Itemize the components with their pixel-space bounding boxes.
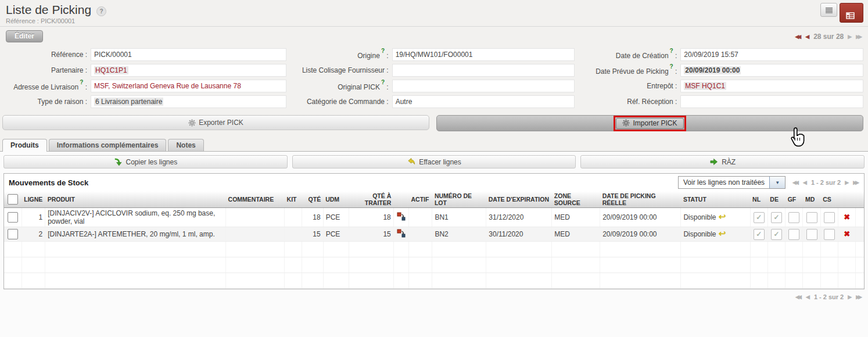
last-record-icon[interactable]: ▶▶: [856, 34, 860, 40]
row-checkbox[interactable]: [8, 229, 18, 239]
undo-availability-icon[interactable]: ↩: [716, 228, 726, 238]
empty-cell: [4, 242, 21, 257]
empty-cell: [323, 273, 349, 289]
flag-checkbox-nl[interactable]: ✓: [754, 212, 765, 223]
flag-checkbox-cs[interactable]: [824, 229, 835, 240]
field-value[interactable]: HQ1C1P1: [91, 64, 286, 77]
first-record-icon[interactable]: ◀◀: [795, 34, 799, 40]
empty-row: [4, 257, 864, 273]
flag-checkbox-de[interactable]: ✓: [771, 229, 782, 240]
delete-cell: ✖: [838, 208, 855, 227]
last-page-icon[interactable]: ▶▶: [853, 180, 858, 185]
pick-actions: Exporter PICK: [0, 111, 868, 131]
col-header-kit: KIT: [285, 191, 302, 208]
help-marker: ?: [381, 48, 385, 54]
form-column-1: Référence :PICK/00001Partenaire :HQ1C1P1…: [2, 48, 286, 111]
mouse-cursor: [789, 126, 806, 149]
wizard-gear-icon: [188, 119, 196, 127]
chevron-down-icon[interactable]: ▼: [769, 177, 785, 188]
prev-record-icon[interactable]: ◀: [805, 34, 809, 40]
statut-value: Disponible: [683, 213, 716, 221]
empty-cell: [767, 242, 785, 257]
empty-cell: [750, 257, 767, 273]
empty-cell: [4, 273, 21, 289]
form-field: Origine? :19/HQ/MW101/FO00001: [291, 48, 575, 61]
cell-commentaire: [226, 208, 285, 227]
list-view-icon[interactable]: [820, 3, 837, 17]
empty-cell: [803, 273, 820, 289]
tab-informations-compl-mentaires[interactable]: Informations complémentaires: [49, 139, 167, 151]
picking-list-page: Liste de Picking ? Référence : PICK/0000…: [0, 0, 868, 337]
flag-checkbox-md[interactable]: [806, 212, 817, 223]
next-page-icon[interactable]: ▶: [848, 294, 852, 300]
flag-checkbox-nl[interactable]: ✓: [754, 229, 765, 240]
lines-filter-select[interactable]: Voir les lignes non traitées ▼: [678, 176, 785, 189]
col-header-udm: UDM: [323, 191, 349, 208]
empty-cell: [838, 242, 855, 257]
next-page-icon[interactable]: ▶: [845, 180, 849, 185]
empty-cell: [803, 242, 820, 257]
cell-zone_source: MED: [552, 208, 600, 227]
prev-page-icon[interactable]: ◀: [803, 180, 807, 185]
form-field: Original PICK? :: [291, 80, 575, 92]
col-header-de: DE: [767, 191, 785, 208]
flag-cell-gf: [785, 208, 803, 227]
field-label: Adresse de Livraison? :: [2, 81, 91, 91]
last-page-icon[interactable]: ▶▶: [856, 294, 860, 300]
tab-produits[interactable]: Produits: [2, 139, 47, 152]
export-pick-button[interactable]: Exporter PICK: [2, 115, 429, 130]
empty-cell: [45, 257, 226, 273]
flag-cell-cs: [820, 208, 838, 227]
split-icon[interactable]: [397, 229, 406, 238]
lines-filter-value: Voir les lignes non traitées: [679, 177, 769, 188]
next-record-icon[interactable]: ▶: [848, 34, 852, 40]
empty-cell: [856, 273, 864, 289]
flag-checkbox-de[interactable]: ✓: [771, 212, 782, 223]
copier-les-lignes-button[interactable]: Copier les lignes: [3, 155, 288, 168]
flag-checkbox-md[interactable]: [806, 229, 817, 240]
field-value[interactable]: MSF HQ1C1: [680, 80, 863, 92]
flag-cell-gf: [785, 227, 803, 242]
tab-notes[interactable]: Notes: [168, 139, 203, 151]
col-header-statut: STATUT: [681, 191, 750, 208]
stock-moves-grid: LIGNEPRODUITCOMMENTAIREKITQTÉUDMQTÉ À TR…: [4, 191, 864, 289]
empty-cell: [767, 257, 785, 273]
form-field: Entrepôt :MSF HQ1C1: [579, 80, 863, 92]
import-pick-label: Importer PICK: [633, 119, 677, 127]
split-icon[interactable]: [397, 212, 406, 221]
flag-cell-nl: ✓: [750, 208, 767, 227]
flag-checkbox-gf[interactable]: [788, 229, 799, 240]
table-pager-bottom: ◀◀ ◀ 1 - 2 sur 2 ▶ ▶▶: [795, 293, 862, 300]
delete-cell: ✖: [838, 227, 855, 242]
empty-cell: [856, 242, 864, 257]
col-header-qte: QTÉ: [302, 191, 323, 208]
undo-availability-icon[interactable]: ↩: [716, 211, 726, 221]
empty-cell: [750, 242, 767, 257]
field-label: Date Prévue de Picking? :: [579, 66, 680, 76]
r-z-button[interactable]: RÀZ: [580, 155, 865, 168]
first-page-icon[interactable]: ◀◀: [792, 180, 797, 185]
record-pager: ◀◀ ◀ 28 sur 28 ▶ ▶▶: [795, 33, 862, 41]
prev-page-icon[interactable]: ◀: [806, 294, 810, 300]
flag-checkbox-cs[interactable]: [824, 212, 835, 223]
title-help-icon[interactable]: ?: [96, 6, 106, 16]
first-page-icon[interactable]: ◀◀: [795, 294, 800, 300]
effacer-lignes-button[interactable]: Effacer lignes: [292, 155, 576, 168]
col-header-gf: GF: [785, 191, 803, 208]
edit-button[interactable]: Éditer: [6, 30, 43, 42]
import-pick-button[interactable]: Importer PICK: [616, 118, 683, 129]
table-row: 1[DINJACIV2V-] ACICLOVIR sodium, eq. 250…: [4, 208, 864, 227]
row-checkbox[interactable]: [8, 212, 18, 223]
field-value[interactable]: MSF, Switzerland Geneva Rue de Lausanne …: [91, 80, 286, 92]
empty-cell: [552, 257, 600, 273]
empty-cell: [226, 273, 285, 289]
form-view-icon[interactable]: [840, 3, 863, 23]
empty-cell: [4, 257, 21, 273]
gutter-cell: [856, 227, 864, 242]
flag-checkbox-gf[interactable]: [788, 212, 799, 223]
col-header-split: [393, 191, 408, 208]
empty-cell: [432, 242, 486, 257]
delete-row-icon[interactable]: ✖: [844, 230, 850, 238]
delete-row-icon[interactable]: ✖: [844, 213, 850, 221]
select-all-checkbox[interactable]: [8, 194, 18, 205]
